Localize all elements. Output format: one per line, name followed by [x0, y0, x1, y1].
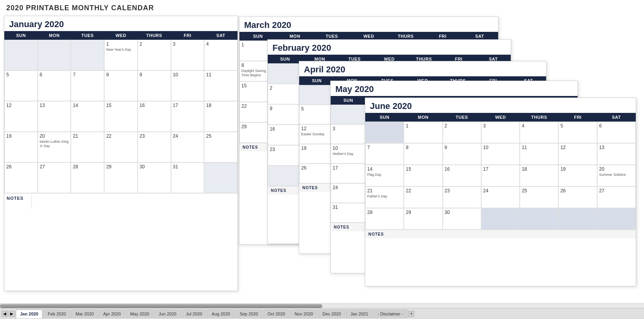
tab-jul-2020[interactable]: Jul 2020 — [182, 310, 207, 318]
tab-mar-2020[interactable]: Mar 2020 — [71, 310, 98, 318]
table-row — [204, 162, 237, 193]
june-calendar: June 2020 SUN MON TUES WED THURS FRI SAT… — [365, 98, 636, 286]
tab-dec-2020[interactable]: Dec 2020 — [318, 310, 345, 318]
table-row — [558, 208, 597, 230]
may-title: May 2020 — [331, 81, 578, 96]
tab-sep-2020[interactable]: Sep 2020 — [235, 310, 262, 318]
table-row: 29 — [404, 208, 442, 230]
tab-apr-2020[interactable]: Apr 2020 — [99, 310, 125, 318]
tab-bar: ◀ ▶ Jan 2020 Feb 2020 Mar 2020 Apr 2020 … — [0, 308, 644, 319]
table-row: 20 Summer Solstice — [597, 165, 636, 186]
table-row: 28 — [365, 208, 404, 230]
table-row: 9 — [268, 104, 302, 125]
table-row — [268, 166, 302, 186]
table-row: 29 — [104, 162, 138, 193]
table-row: 27 — [597, 186, 636, 208]
table-row: 30 — [443, 208, 481, 230]
tab-disclaimer[interactable]: - Disclaimer - — [374, 310, 408, 318]
table-row: 16 — [138, 101, 171, 132]
table-row: 26 — [4, 162, 38, 193]
table-row: 18 — [204, 101, 237, 132]
table-row: 23 — [138, 132, 171, 162]
table-row: 5 — [558, 122, 597, 143]
tab-aug-2020[interactable]: Aug 2020 — [207, 310, 234, 318]
table-row: 14 Flag Day — [365, 165, 404, 186]
tab-jan-2021[interactable]: Jan 2021 — [346, 310, 372, 318]
feb-title: February 2020 — [268, 40, 511, 55]
table-row: 17 — [171, 101, 204, 132]
tab-feb-2020[interactable]: Feb 2020 — [43, 310, 70, 318]
tab-nov-2020[interactable]: Nov 2020 — [290, 310, 317, 318]
jan-hdr-tue: TUES — [71, 31, 104, 40]
table-row: 15 — [404, 165, 442, 186]
table-row: 26 — [558, 186, 597, 208]
table-row: 17 — [481, 165, 520, 186]
page-title: 2020 PRINTABLE MONTHLY CALENDAR — [0, 0, 644, 14]
jun-header: SUN MON TUES WED THURS FRI SAT — [365, 113, 636, 122]
table-row: 28 — [71, 162, 104, 193]
table-row: 31 — [331, 203, 366, 223]
jan-notes-content — [32, 194, 237, 209]
tab-may-2020[interactable]: May 2020 — [126, 310, 153, 318]
table-row: 5 — [299, 105, 335, 124]
table-row: 4 — [204, 40, 237, 70]
table-row: 2 — [443, 122, 481, 143]
jan-grid: 1 New Year's Day 2 3 4 5 6 7 8 9 10 11 1… — [4, 40, 237, 193]
table-row: 5 — [4, 70, 38, 101]
table-row: 19 — [299, 144, 335, 164]
table-row: 2 — [268, 84, 302, 104]
table-row: 16 — [443, 165, 481, 186]
table-row: 22 — [404, 186, 442, 208]
table-row: 4 — [520, 122, 558, 143]
table-row: 18 — [520, 165, 558, 186]
table-row: 24 — [331, 183, 366, 203]
table-row: 8 — [404, 143, 442, 165]
table-row: 7 — [365, 143, 404, 165]
jan-hdr-thu: THURS — [138, 31, 171, 40]
table-row: 23 — [268, 145, 302, 166]
table-row: 14 — [71, 101, 104, 132]
table-row — [299, 85, 335, 105]
january-calendar: January 2020 SUN MON TUES WED THURS FRI … — [4, 16, 238, 291]
table-row: 10 — [171, 70, 204, 101]
jan-hdr-mon: MON — [38, 31, 71, 40]
jan-hdr-sun: SUN — [4, 31, 38, 40]
table-row: 8 — [104, 70, 138, 101]
table-row: 9 — [443, 143, 481, 165]
scrollbar-thumb[interactable] — [0, 304, 322, 308]
jan-hdr-sat: SAT — [204, 31, 237, 40]
table-row: 22 — [104, 132, 138, 162]
table-row — [71, 40, 104, 70]
table-row — [597, 208, 636, 230]
tab-jun-2020[interactable]: Jun 2020 — [154, 310, 180, 318]
tab-add-button[interactable]: + — [408, 311, 414, 317]
table-row: 12 Easter Sunday — [299, 124, 335, 144]
tab-oct-2020[interactable]: Oct 2020 — [263, 310, 290, 318]
jan-hdr-fri: FRI — [171, 31, 204, 40]
table-row: 20 Martin Luther King Jr Day — [38, 132, 71, 162]
table-row: 1 New Year's Day — [104, 40, 138, 70]
table-row — [268, 63, 302, 84]
table-row: 9 — [138, 70, 171, 101]
horizontal-scrollbar[interactable] — [0, 303, 644, 308]
table-row: 11 — [520, 143, 558, 165]
table-row — [520, 208, 558, 230]
table-row: 21 — [71, 132, 104, 162]
tab-prev-button[interactable]: ◀ — [2, 311, 8, 317]
jun-title: June 2020 — [365, 98, 636, 113]
table-row — [38, 40, 71, 70]
table-row: 19 — [4, 132, 38, 162]
jun-grid: 1 2 3 4 5 6 7 8 9 10 11 12 13 14 Flag Da… — [365, 122, 636, 230]
table-row: 12 — [558, 143, 597, 165]
tab-next-button[interactable]: ▶ — [9, 311, 15, 317]
apr-title: April 2020 — [299, 61, 546, 76]
table-row: 30 — [138, 162, 171, 193]
table-row: 27 — [38, 162, 71, 193]
table-row: 1 — [404, 122, 442, 143]
jan-header: SUN MON TUES WED THURS FRI SAT — [4, 31, 237, 40]
table-row: 13 — [597, 143, 636, 165]
tab-jan-2020[interactable]: Jan 2020 — [16, 310, 42, 318]
table-row: 25 — [204, 132, 237, 162]
table-row: 24 — [481, 186, 520, 208]
table-row: 24 — [171, 132, 204, 162]
